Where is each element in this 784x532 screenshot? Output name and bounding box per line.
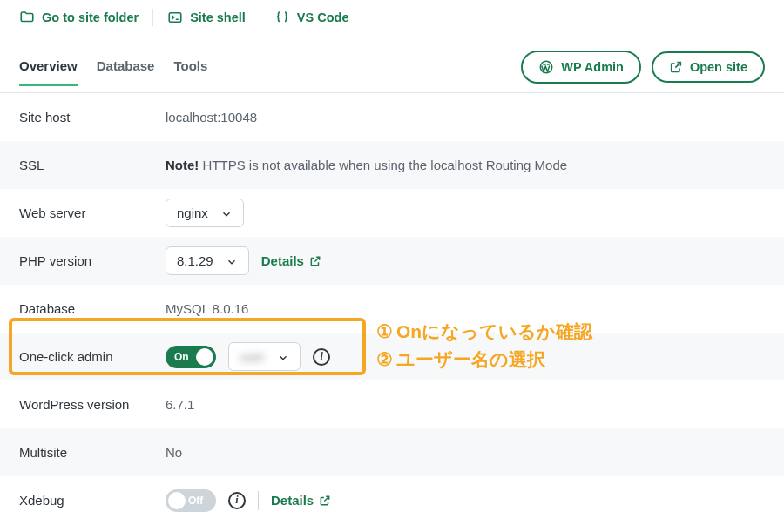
topbar-separator — [152, 9, 153, 26]
ssl-note-bold: Note! — [166, 158, 199, 172]
annotation-line-2: ユーザー名の選択 — [396, 349, 545, 369]
chevron-down-icon — [277, 352, 289, 364]
one-click-user-select[interactable]: user — [228, 342, 301, 371]
toggle-knob — [196, 348, 213, 366]
separator — [258, 491, 259, 510]
multisite-label: Multisite — [19, 445, 166, 460]
row-web-server: Web server nginx — [0, 189, 784, 237]
site-host-label: Site host — [19, 110, 166, 125]
tabbar: Overview Database Tools WP Admin Open si… — [0, 35, 784, 93]
web-server-value: nginx — [177, 205, 208, 220]
row-php: PHP version 8.1.29 Details — [0, 237, 784, 285]
tab-overview[interactable]: Overview — [19, 58, 78, 85]
row-xdebug: Xdebug Off i Details — [0, 476, 784, 524]
toggle-knob — [168, 492, 186, 509]
site-host-value: localhost:10048 — [166, 110, 257, 125]
overview-rows: Site host localhost:10048 SSL Note! HTTP… — [0, 93, 784, 524]
toggle-off-label: Off — [188, 495, 203, 507]
wp-version-value: 6.7.1 — [166, 397, 194, 412]
row-wp-version: WordPress version 6.7.1 — [0, 380, 784, 428]
topbar-separator — [260, 9, 260, 26]
annotation-text: ①Onになっているか確認 ②ユーザー名の選択 — [376, 318, 592, 373]
site-folder-link[interactable]: Go to site folder — [19, 10, 139, 25]
open-site-button[interactable]: Open site — [652, 51, 765, 83]
open-site-label: Open site — [690, 60, 747, 74]
database-label: Database — [19, 301, 166, 316]
row-ssl: SSL Note! HTTPS is not available when us… — [0, 141, 784, 189]
external-link-icon — [319, 495, 331, 507]
xdebug-label: Xdebug — [19, 493, 166, 508]
toggle-on-label: On — [174, 351, 189, 363]
annotation-line-1: Onになっているか確認 — [396, 321, 592, 341]
tab-database[interactable]: Database — [97, 58, 155, 85]
xdebug-toggle[interactable]: Off — [166, 489, 216, 512]
code-braces-icon — [274, 10, 290, 25]
one-click-toggle[interactable]: On — [166, 346, 216, 368]
xdebug-details-link[interactable]: Details — [271, 493, 331, 508]
wp-admin-button[interactable]: WP Admin — [521, 51, 641, 84]
web-server-select[interactable]: nginx — [166, 199, 244, 227]
annotation-number-2: ② — [376, 346, 393, 374]
web-server-label: Web server — [19, 205, 166, 220]
tab-tools[interactable]: Tools — [173, 58, 207, 85]
php-details-label: Details — [261, 253, 304, 268]
external-link-icon — [309, 255, 321, 267]
topbar: Go to site folder Site shell VS Code — [0, 0, 784, 35]
one-click-user-value: user — [240, 349, 265, 364]
wp-version-label: WordPress version — [19, 397, 166, 412]
wordpress-icon — [538, 59, 554, 75]
site-folder-label: Go to site folder — [42, 10, 139, 24]
php-select[interactable]: 8.1.29 — [166, 246, 249, 275]
ssl-value: Note! HTTPS is not available when using … — [166, 158, 567, 172]
multisite-value: No — [166, 445, 182, 460]
php-value: 8.1.29 — [177, 253, 213, 268]
database-value: MySQL 8.0.16 — [166, 301, 248, 316]
ssl-note-rest: HTTPS is not available when using the lo… — [199, 158, 567, 172]
chevron-down-icon — [220, 208, 233, 220]
folder-icon — [19, 10, 35, 25]
site-shell-label: Site shell — [190, 10, 246, 24]
vscode-link[interactable]: VS Code — [274, 10, 349, 25]
external-link-icon — [669, 60, 683, 74]
row-multisite: Multisite No — [0, 428, 784, 476]
one-click-label: One-click admin — [19, 349, 166, 364]
php-label: PHP version — [19, 253, 166, 268]
php-details-link[interactable]: Details — [261, 253, 321, 268]
ssl-label: SSL — [19, 158, 166, 172]
annotation-number-1: ① — [376, 318, 393, 346]
site-shell-link[interactable]: Site shell — [167, 10, 246, 25]
xdebug-details-label: Details — [271, 493, 314, 508]
terminal-icon — [167, 10, 183, 25]
info-icon[interactable]: i — [313, 348, 330, 366]
info-icon[interactable]: i — [228, 492, 246, 509]
vscode-label: VS Code — [297, 10, 349, 24]
tabs: Overview Database Tools — [19, 58, 207, 85]
wp-admin-label: WP Admin — [561, 60, 624, 74]
svg-rect-0 — [169, 13, 181, 23]
chevron-down-icon — [226, 256, 238, 268]
row-site-host: Site host localhost:10048 — [0, 93, 784, 141]
